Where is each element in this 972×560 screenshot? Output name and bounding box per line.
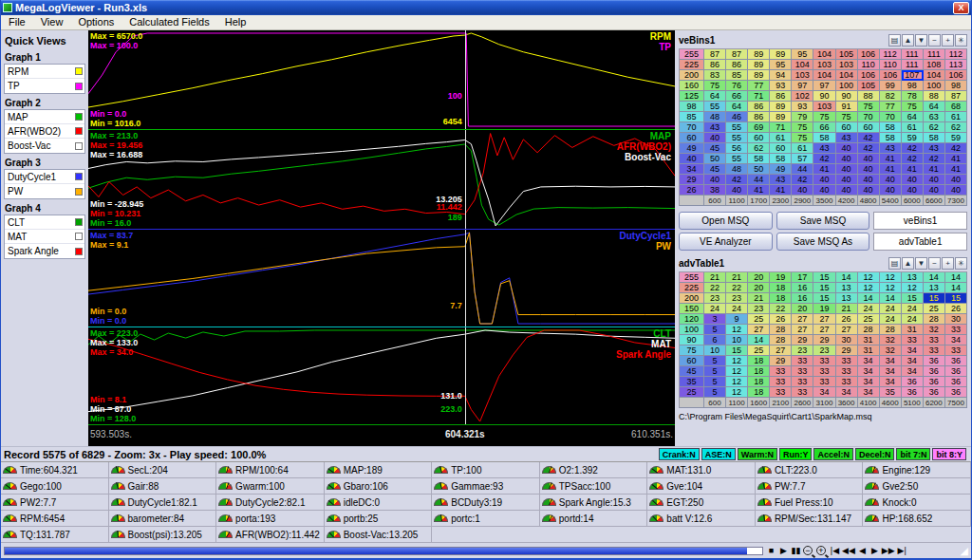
adv-table-cell[interactable]: 28 [770,325,792,335]
adv-table-cell[interactable]: 34 [880,356,902,366]
ve-table-cell[interactable]: 66 [813,122,835,133]
ve-table-increment-button[interactable]: ▲ [902,34,914,47]
ve-table-cell[interactable]: 64 [726,102,748,112]
ve-table-cell[interactable]: 89 [770,49,792,60]
ve-table-cell[interactable]: 103 [813,60,835,70]
adv-table-cell[interactable]: 33 [836,356,858,366]
ve-table-cell[interactable]: 106 [880,70,902,81]
adv-table-cell[interactable]: 25 [924,304,945,314]
ve-table-cell[interactable]: 102 [792,91,813,102]
ve-table-cell[interactable]: 64 [924,102,945,112]
ve-table-cell[interactable]: 89 [770,112,792,122]
ve-table-cell[interactable]: 43 [880,143,902,154]
ve-table-cell[interactable]: 89 [748,49,770,60]
ve-table-cell[interactable]: 49 [770,164,792,175]
ve-table-cell[interactable]: 104 [813,70,835,81]
adv-table-cell[interactable]: 34 [880,377,902,387]
adv-table-cell[interactable]: 13 [836,293,858,304]
ve-table-cell[interactable]: 113 [945,60,967,70]
ve-table-cell[interactable]: 55 [726,133,748,143]
ve-table-cell[interactable]: 88 [924,91,945,102]
adv-table-cell[interactable]: 15 [813,283,835,293]
adv-table-cell[interactable]: 22 [726,283,748,293]
menu-view[interactable]: View [33,15,71,29]
ve-table-cell[interactable]: 87 [945,91,967,102]
ve-table-cell[interactable]: 112 [945,49,967,60]
adv-table-cell[interactable]: 24 [880,314,902,325]
ve-table-cell[interactable]: 45 [704,164,726,175]
ve-table-cell[interactable]: 111 [924,49,945,60]
ve-table-cell[interactable]: 71 [748,91,770,102]
ve-table-cell[interactable]: 40 [858,154,880,164]
ve-table-cell[interactable]: 40 [813,185,835,196]
adv-table-cell[interactable]: 27 [792,314,813,325]
ve-table-cell[interactable]: 75 [792,122,813,133]
adv-table-cell[interactable]: 23 [748,304,770,314]
ve-table-cell[interactable]: 110 [858,60,880,70]
adv-table-cell[interactable]: 12 [726,356,748,366]
adv-table-cell[interactable]: 12 [880,283,902,293]
ve-table-cell[interactable]: 111 [902,60,924,70]
adv-table-cell[interactable]: 21 [748,293,770,304]
ve-table-cell[interactable]: 86 [770,91,792,102]
adv-table-cell[interactable]: 29 [813,335,835,345]
ve-table-cell[interactable]: 61 [792,143,813,154]
quick-view-item-map[interactable]: MAP [5,110,84,124]
adv-table-cell[interactable]: 12 [858,283,880,293]
ve-table-cell[interactable]: 75 [792,133,813,143]
ve-table-cell[interactable]: 44 [792,164,813,175]
ve-table-cell[interactable]: 43 [770,175,792,185]
adv-table-cell[interactable]: 33 [770,366,792,377]
adv-table-cell[interactable]: 19 [813,304,835,314]
adv-table-cell[interactable]: 33 [770,387,792,398]
adv-table-cell[interactable]: 36 [945,356,967,366]
adv-table-selector[interactable]: advTable1 [873,233,967,251]
ve-table-cell[interactable]: 40 [836,143,858,154]
ve-table-cell[interactable]: 41 [813,164,835,175]
zoom-in-button[interactable]: + [816,545,828,557]
skip-end-button[interactable]: ▶| [897,545,907,557]
ve-table-cell[interactable]: 60 [770,143,792,154]
adv-table-cell[interactable]: 15 [945,293,967,304]
adv-table-cell[interactable]: 27 [813,325,835,335]
ve-table-cell[interactable]: 40 [924,175,945,185]
ve-table-cell[interactable]: 40 [836,185,858,196]
ve-table-cell[interactable]: 40 [704,175,726,185]
adv-table-cell[interactable]: 33 [902,335,924,345]
playback-progress-bar[interactable] [4,547,763,555]
ve-table-cell[interactable]: 75 [836,112,858,122]
play-button[interactable]: ▶ [778,545,789,557]
ve-table-cell[interactable]: 104 [924,70,945,81]
ve-table-cell[interactable]: 40 [902,175,924,185]
pause-button[interactable]: ▮▮ [791,545,801,557]
adv-table-cell[interactable]: 34 [858,377,880,387]
adv-table-cell[interactable]: 29 [770,356,792,366]
adv-table-cell[interactable]: 12 [726,387,748,398]
ve-table-cell[interactable]: 63 [924,112,945,122]
adv-table-cell[interactable]: 30 [836,335,858,345]
adv-table-cell[interactable]: 33 [813,366,835,377]
ve-table-cell[interactable]: 59 [902,133,924,143]
ve-table-cell[interactable]: 98 [902,81,924,91]
adv-table-cell[interactable]: 34 [836,387,858,398]
adv-table-cell[interactable]: 34 [813,387,835,398]
ve-table-cell[interactable]: 94 [770,70,792,81]
ve-table-cell[interactable]: 55 [704,102,726,112]
adv-table-cell[interactable]: 19 [770,272,792,283]
fast-forward-button[interactable]: ▶▶ [882,545,895,557]
adv-table-cell[interactable]: 33 [792,387,813,398]
adv-table-cell[interactable]: 14 [836,272,858,283]
adv-table-cell[interactable]: 12 [880,272,902,283]
ve-table-cell[interactable]: 42 [792,175,813,185]
adv-table-cell[interactable]: 12 [726,366,748,377]
adv-table-cell[interactable]: 36 [902,387,924,398]
ve-table-cell[interactable]: 105 [836,49,858,60]
ve-table-cell[interactable]: 77 [748,81,770,91]
adv-table-cell[interactable]: 13 [836,283,858,293]
adv-table-burn-button[interactable]: ▤ [888,257,901,270]
ve-table-cell[interactable]: 60 [748,133,770,143]
adv-table-cell[interactable]: 23 [726,293,748,304]
ve-table-cell[interactable]: 107 [902,70,924,81]
adv-table-cell[interactable]: 33 [792,377,813,387]
ve-table-cell[interactable]: 46 [726,112,748,122]
